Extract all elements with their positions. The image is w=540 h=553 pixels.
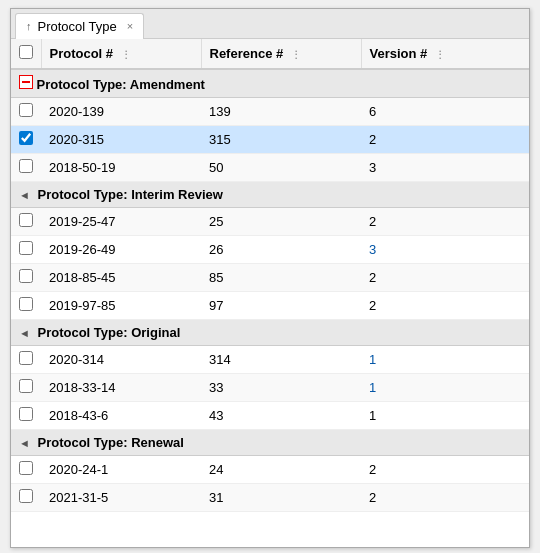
- group-header-row: Protocol Type: Amendment: [11, 69, 529, 98]
- tab-close-button[interactable]: ×: [127, 20, 133, 32]
- row-checkbox-cell[interactable]: [11, 236, 41, 264]
- table-row[interactable]: 2018-33-14331: [11, 374, 529, 402]
- protocol-cell: 2018-85-45: [41, 264, 201, 292]
- version-cell: 1: [361, 374, 529, 402]
- version-cell: 2: [361, 264, 529, 292]
- row-checkbox-cell[interactable]: [11, 208, 41, 236]
- version-cell: 2: [361, 126, 529, 154]
- table-row[interactable]: 2018-50-19503: [11, 154, 529, 182]
- main-window: ↑ Protocol Type × Protocol # ⋮ Reference…: [10, 8, 530, 548]
- data-table: Protocol # ⋮ Reference # ⋮ Version # ⋮ P…: [11, 39, 529, 512]
- header-reference: Reference # ⋮: [201, 39, 361, 69]
- row-checkbox-cell[interactable]: [11, 456, 41, 484]
- row-checkbox[interactable]: [19, 461, 33, 475]
- version-cell: 2: [361, 208, 529, 236]
- row-checkbox-cell[interactable]: [11, 98, 41, 126]
- tab-bar: ↑ Protocol Type ×: [11, 9, 529, 39]
- row-checkbox-cell[interactable]: [11, 402, 41, 430]
- row-checkbox[interactable]: [19, 351, 33, 365]
- protocol-cell: 2020-24-1: [41, 456, 201, 484]
- table-row[interactable]: 2020-24-1242: [11, 456, 529, 484]
- reference-cell: 315: [201, 126, 361, 154]
- row-checkbox[interactable]: [19, 297, 33, 311]
- data-table-container: Protocol # ⋮ Reference # ⋮ Version # ⋮ P…: [11, 39, 529, 547]
- header-protocol-menu-icon[interactable]: ⋮: [121, 49, 131, 60]
- group-header-cell-0: Protocol Type: Amendment: [11, 69, 529, 98]
- row-checkbox[interactable]: [19, 241, 33, 255]
- group-name-label: Protocol Type: Amendment: [33, 77, 205, 92]
- reference-cell: 314: [201, 346, 361, 374]
- row-checkbox-cell[interactable]: [11, 484, 41, 512]
- header-protocol: Protocol # ⋮: [41, 39, 201, 69]
- protocol-cell: 2018-43-6: [41, 402, 201, 430]
- row-checkbox-cell[interactable]: [11, 292, 41, 320]
- collapse-toggle[interactable]: ◄: [19, 189, 30, 201]
- group-collapse-icon[interactable]: ◄: [19, 325, 34, 340]
- protocol-cell: 2020-315: [41, 126, 201, 154]
- protocol-cell: 2019-26-49: [41, 236, 201, 264]
- version-cell: 2: [361, 456, 529, 484]
- group-header-cell-1: ◄ Protocol Type: Interim Review: [11, 182, 529, 208]
- row-checkbox-cell[interactable]: [11, 126, 41, 154]
- header-checkbox-cell[interactable]: [11, 39, 41, 69]
- table-row[interactable]: 2019-25-47252: [11, 208, 529, 236]
- reference-cell: 24: [201, 456, 361, 484]
- version-cell: 1: [361, 402, 529, 430]
- table-row[interactable]: 2019-26-49263: [11, 236, 529, 264]
- table-row[interactable]: 2018-85-45852: [11, 264, 529, 292]
- header-version: Version # ⋮: [361, 39, 529, 69]
- group-header-row: ◄ Protocol Type: Interim Review: [11, 182, 529, 208]
- table-body: Protocol Type: Amendment2020-13913962020…: [11, 69, 529, 512]
- row-checkbox-cell[interactable]: [11, 154, 41, 182]
- group-name-label: Protocol Type: Interim Review: [34, 187, 223, 202]
- reference-cell: 97: [201, 292, 361, 320]
- table-row[interactable]: 2020-3143141: [11, 346, 529, 374]
- header-protocol-label: Protocol #: [50, 46, 114, 61]
- row-checkbox[interactable]: [19, 103, 33, 117]
- collapse-toggle[interactable]: ◄: [19, 327, 30, 339]
- protocol-cell: 2019-97-85: [41, 292, 201, 320]
- table-row[interactable]: 2021-31-5312: [11, 484, 529, 512]
- tab-label: Protocol Type: [38, 19, 117, 34]
- row-checkbox-cell[interactable]: [11, 346, 41, 374]
- table-row[interactable]: 2020-3153152: [11, 126, 529, 154]
- table-row[interactable]: 2018-43-6431: [11, 402, 529, 430]
- reference-cell: 85: [201, 264, 361, 292]
- table-row[interactable]: 2019-97-85972: [11, 292, 529, 320]
- group-name-label: Protocol Type: Renewal: [34, 435, 184, 450]
- row-checkbox-cell[interactable]: [11, 374, 41, 402]
- table-row[interactable]: 2020-1391396: [11, 98, 529, 126]
- header-version-label: Version #: [370, 46, 428, 61]
- group-header-cell-3: ◄ Protocol Type: Renewal: [11, 430, 529, 456]
- row-checkbox[interactable]: [19, 159, 33, 173]
- group-header-row: ◄ Protocol Type: Renewal: [11, 430, 529, 456]
- group-name-label: Protocol Type: Original: [34, 325, 180, 340]
- group-collapse-icon[interactable]: ◄: [19, 187, 34, 202]
- header-reference-menu-icon[interactable]: ⋮: [291, 49, 301, 60]
- row-checkbox[interactable]: [19, 131, 33, 145]
- table-header-row: Protocol # ⋮ Reference # ⋮ Version # ⋮: [11, 39, 529, 69]
- protocol-cell: 2020-314: [41, 346, 201, 374]
- version-cell: 2: [361, 292, 529, 320]
- group-collapse-icon[interactable]: ◄: [19, 435, 34, 450]
- row-checkbox[interactable]: [19, 269, 33, 283]
- row-checkbox[interactable]: [19, 489, 33, 503]
- version-cell: 3: [361, 236, 529, 264]
- group-collapse-icon[interactable]: [19, 77, 33, 92]
- row-checkbox[interactable]: [19, 407, 33, 421]
- collapse-toggle[interactable]: ◄: [19, 437, 30, 449]
- row-checkbox[interactable]: [19, 213, 33, 227]
- group-header-cell-2: ◄ Protocol Type: Original: [11, 320, 529, 346]
- version-cell: 3: [361, 154, 529, 182]
- reference-cell: 139: [201, 98, 361, 126]
- group-partial-checkbox[interactable]: [19, 75, 33, 89]
- protocol-type-tab[interactable]: ↑ Protocol Type ×: [15, 13, 144, 39]
- version-cell: 1: [361, 346, 529, 374]
- row-checkbox[interactable]: [19, 379, 33, 393]
- row-checkbox-cell[interactable]: [11, 264, 41, 292]
- protocol-cell: 2018-50-19: [41, 154, 201, 182]
- protocol-cell: 2020-139: [41, 98, 201, 126]
- header-checkbox[interactable]: [19, 45, 33, 59]
- version-cell: 6: [361, 98, 529, 126]
- header-version-menu-icon[interactable]: ⋮: [435, 49, 445, 60]
